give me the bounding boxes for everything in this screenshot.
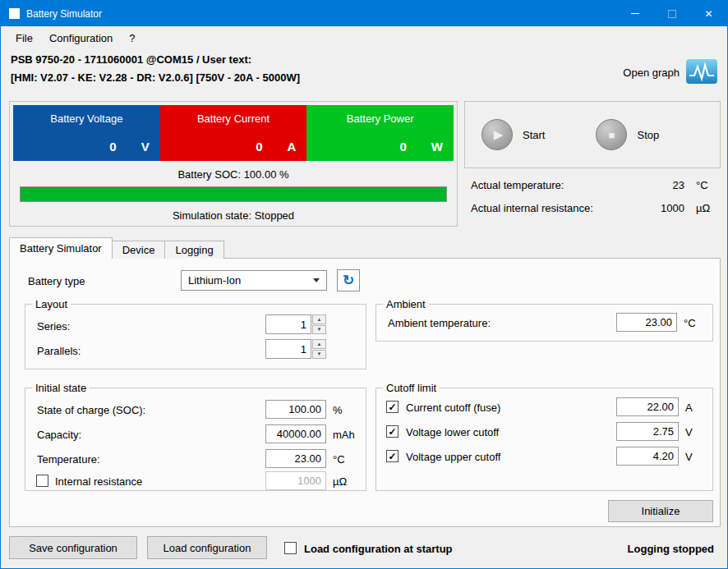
cutoff-limit-group: Cutoff limit ✓ Current cutoff (fuse) A ✓… bbox=[376, 388, 713, 491]
internal-resistance-label: Internal resistance bbox=[55, 475, 142, 488]
menu-file[interactable]: File bbox=[7, 28, 41, 48]
internal-resistance-checkbox[interactable] bbox=[36, 475, 48, 487]
minimize-button[interactable] bbox=[616, 1, 653, 26]
initialize-button-label: Initialize bbox=[642, 505, 680, 517]
start-label: Start bbox=[523, 129, 545, 141]
maximize-button[interactable] bbox=[653, 1, 690, 26]
stop-circle: ■ bbox=[596, 119, 627, 150]
current-cutoff-label: Current cutoff (fuse) bbox=[406, 402, 500, 414]
play-icon: ▶ bbox=[494, 127, 504, 142]
soc-label: State of charge (SOC): bbox=[37, 404, 145, 416]
spin-down-icon[interactable]: ▼ bbox=[312, 325, 326, 335]
battery-type-label: Battery type bbox=[28, 275, 85, 287]
actual-resistance-unit: µΩ bbox=[684, 202, 714, 214]
initial-temperature-label: Temperature: bbox=[37, 453, 100, 466]
refresh-icon: ↻ bbox=[343, 272, 354, 289]
actual-readings: Actual temperature: 23 °C Actual interna… bbox=[464, 173, 721, 219]
load-configuration-label: Load configuration bbox=[164, 542, 251, 554]
actual-resistance-label: Actual internal resistance: bbox=[471, 202, 635, 214]
parallels-label: Parallels: bbox=[37, 345, 81, 357]
parallels-input[interactable] bbox=[265, 339, 311, 359]
load-at-startup-checkbox[interactable] bbox=[284, 542, 297, 554]
battery-voltage-label: Battery Voltage bbox=[13, 105, 160, 125]
status-panel: Battery Voltage 0V Battery Current 0A Ba… bbox=[9, 101, 458, 227]
battery-type-select[interactable]: Lithium-Ion bbox=[181, 270, 327, 291]
close-button[interactable]: ✕ bbox=[690, 1, 727, 26]
voltage-upper-cutoff-unit: V bbox=[685, 451, 693, 463]
initial-state-group: Initial state State of charge (SOC): % C… bbox=[25, 388, 366, 491]
series-input[interactable] bbox=[265, 314, 311, 334]
stop-icon: ■ bbox=[609, 129, 615, 141]
battery-current-label: Battery Current bbox=[160, 105, 307, 125]
spin-up-icon[interactable]: ▲ bbox=[312, 339, 326, 349]
tab-logging[interactable]: Logging bbox=[165, 241, 223, 259]
window-title: Battery Simulator bbox=[26, 8, 102, 20]
close-icon: ✕ bbox=[704, 8, 712, 20]
initial-state-group-title: Initial state bbox=[32, 382, 90, 394]
initialize-button[interactable]: Initialize bbox=[608, 500, 713, 522]
chevron-down-icon bbox=[313, 278, 320, 282]
voltage-lower-cutoff-checkbox[interactable]: ✓ bbox=[386, 425, 399, 438]
start-circle: ▶ bbox=[481, 119, 513, 150]
battery-current-value: 0 bbox=[256, 140, 262, 154]
capacity-input[interactable] bbox=[265, 424, 326, 443]
capacity-unit: mAh bbox=[333, 429, 355, 441]
save-configuration-label: Save configuration bbox=[29, 542, 117, 554]
open-graph-label[interactable]: Open graph bbox=[623, 67, 680, 79]
battery-power-label: Battery Power bbox=[306, 105, 454, 125]
internal-resistance-unit: µΩ bbox=[333, 475, 347, 488]
capacity-label: Capacity: bbox=[37, 429, 81, 441]
tab-battery-simulator[interactable]: Battery Simulator bbox=[9, 237, 113, 259]
maximize-icon bbox=[668, 10, 676, 18]
battery-type-value: Lithium-Ion bbox=[188, 274, 241, 287]
actual-temperature-unit: °C bbox=[684, 179, 714, 191]
spin-down-icon[interactable]: ▼ bbox=[312, 350, 326, 360]
voltage-upper-cutoff-input[interactable] bbox=[616, 447, 679, 466]
actual-resistance-row: Actual internal resistance: 1000 µΩ bbox=[464, 196, 721, 219]
actual-resistance-value: 1000 bbox=[635, 202, 684, 214]
ambient-group: Ambient Ambient temperature: °C bbox=[376, 304, 713, 342]
current-cutoff-input[interactable] bbox=[616, 397, 679, 416]
voltage-upper-cutoff-checkbox[interactable]: ✓ bbox=[386, 450, 399, 462]
spin-up-icon[interactable]: ▲ bbox=[312, 314, 326, 324]
menu-help[interactable]: ? bbox=[121, 28, 143, 48]
internal-resistance-input[interactable] bbox=[265, 471, 326, 490]
ambient-temperature-unit: °C bbox=[684, 317, 696, 329]
actual-temperature-value: 23 bbox=[635, 179, 684, 191]
actual-temperature-label: Actual temperature: bbox=[471, 179, 635, 191]
battery-power-value: 0 bbox=[400, 140, 407, 154]
cutoff-limit-group-title: Cutoff limit bbox=[383, 382, 440, 394]
ambient-group-title: Ambient bbox=[383, 298, 429, 310]
battery-current-unit: A bbox=[288, 140, 297, 154]
layout-group: Layout Series: ▲ ▼ Parallels: ▲ ▼ bbox=[25, 304, 366, 369]
save-configuration-button[interactable]: Save configuration bbox=[9, 536, 137, 559]
titlebar: Battery Simulator ✕ bbox=[1, 1, 727, 26]
layout-group-title: Layout bbox=[32, 298, 71, 310]
menubar: File Configuration ? bbox=[1, 26, 727, 49]
load-configuration-button[interactable]: Load configuration bbox=[147, 536, 267, 559]
logging-status-text: Logging stopped bbox=[628, 543, 714, 555]
stop-label: Stop bbox=[637, 129, 659, 141]
ambient-temperature-input[interactable] bbox=[616, 313, 677, 332]
simulation-state-text: Simulation state: Stopped bbox=[10, 209, 457, 222]
graph-icon[interactable] bbox=[686, 59, 717, 84]
current-cutoff-checkbox[interactable]: ✓ bbox=[386, 401, 399, 413]
tab-device[interactable]: Device bbox=[113, 241, 166, 259]
soc-input[interactable] bbox=[265, 400, 326, 419]
series-label: Series: bbox=[37, 320, 70, 333]
voltage-lower-cutoff-input[interactable] bbox=[616, 422, 679, 441]
battery-simulator-panel: Battery type Lithium-Ion ↻ Layout Series… bbox=[9, 258, 721, 527]
battery-power-meter: Battery Power 0W bbox=[306, 105, 454, 161]
stop-button[interactable]: ■ Stop bbox=[596, 119, 659, 150]
tab-logging-label: Logging bbox=[175, 244, 213, 256]
initial-temperature-input[interactable] bbox=[265, 449, 326, 468]
start-button[interactable]: ▶ Start bbox=[481, 119, 545, 150]
voltage-upper-cutoff-label: Voltage upper cutoff bbox=[406, 451, 500, 463]
control-panel: ▶ Start ■ Stop bbox=[464, 101, 721, 168]
battery-voltage-unit: V bbox=[141, 140, 150, 154]
refresh-button[interactable]: ↻ bbox=[337, 269, 360, 291]
menu-configuration[interactable]: Configuration bbox=[41, 28, 121, 48]
tab-bar: Battery Simulator Device Logging bbox=[9, 237, 224, 259]
parallels-spinner: ▲ ▼ bbox=[265, 339, 326, 359]
battery-current-meter: Battery Current 0A bbox=[160, 105, 307, 161]
